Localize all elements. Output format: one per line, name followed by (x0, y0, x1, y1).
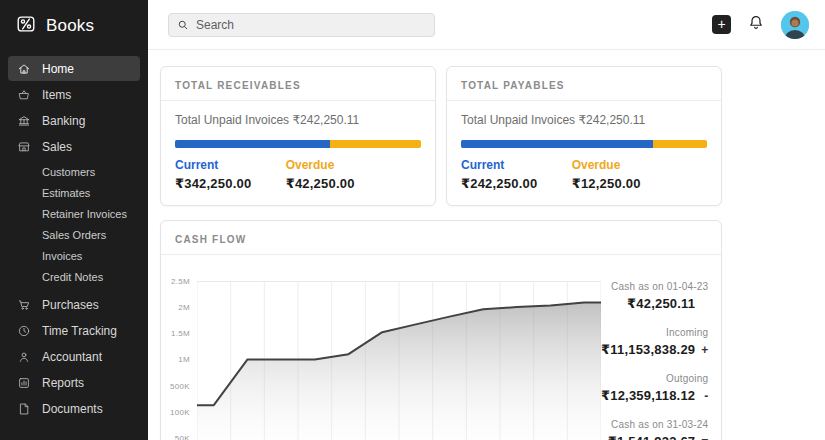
card-title: TOTAL RECEIVABLES (175, 80, 301, 91)
sidebar-item-items[interactable]: Items (8, 82, 140, 107)
current-value: ₹342,250.00 (175, 176, 286, 191)
sidebar-item-label: Reports (42, 376, 84, 390)
stat-closing-cash: Cash as on 31-03-24 ₹1,541,933.67= (601, 419, 708, 440)
payables-progress-fill (461, 140, 653, 148)
y-tick-label: 50K (175, 434, 190, 440)
overdue-value: ₹12,250.00 (572, 176, 683, 191)
current-column: Current ₹342,250.00 (175, 158, 286, 191)
sidebar-item-time-tracking[interactable]: Time Tracking (8, 318, 140, 343)
search-box[interactable] (168, 13, 435, 37)
sidebar-item-sales[interactable]: Sales (8, 134, 140, 159)
sales-subnav: Customers Estimates Retainer Invoices Sa… (0, 160, 148, 291)
sidebar-item-label: Purchases (42, 298, 99, 312)
sidebar-subitem-retainer-invoices[interactable]: Retainer Invoices (0, 204, 148, 225)
app-logo[interactable]: Books (0, 0, 148, 49)
overdue-column: Overdue ₹42,250.00 (286, 158, 397, 191)
sidebar-item-label: Documents (42, 402, 103, 416)
y-tick-label: 1M (178, 355, 190, 364)
sidebar-subitem-credit-notes[interactable]: Credit Notes (0, 267, 148, 288)
sidebar-item-label: Items (42, 88, 71, 102)
unpaid-invoices-text: Total Unpaid Invoices ₹242,250.11 (461, 113, 707, 127)
minus-operator: - (695, 389, 708, 403)
y-tick-label: 500K (170, 382, 190, 391)
cash-flow-body: 050K100K500K1M1.5M2M2.5M APRMAYJUNJULAUG… (161, 255, 721, 440)
current-column: Current ₹242,250.00 (461, 158, 572, 191)
sidebar-item-home[interactable]: Home (8, 56, 140, 81)
bank-icon (16, 113, 31, 128)
sidebar-item-documents[interactable]: Documents (8, 396, 140, 421)
home-icon (16, 61, 31, 76)
receivables-amounts: Current ₹342,250.00 Overdue ₹42,250.00 (175, 158, 421, 191)
clock-icon (16, 323, 31, 338)
books-logo-icon (15, 13, 37, 39)
stat-opening-cash: Cash as on 01-04-23 ₹42,250.11 (601, 281, 708, 311)
overdue-label: Overdue (286, 158, 397, 172)
cash-flow-plot: APRMAYJUNJULAUGSEPOCTNOVDECJANFEBMAR (197, 281, 601, 440)
total-payables-card: TOTAL PAYABLES Total Unpaid Invoices ₹24… (446, 66, 722, 206)
sidebar-item-reports[interactable]: Reports (8, 370, 140, 395)
sidebar-subitem-estimates[interactable]: Estimates (0, 183, 148, 204)
sidebar-item-label: Time Tracking (42, 324, 117, 338)
y-axis-labels: 050K100K500K1M1.5M2M2.5M (161, 281, 197, 440)
app-window: Books Home Items Banking (0, 0, 825, 440)
sidebar-item-label: Home (42, 62, 74, 76)
sidebar-item-purchases[interactable]: Purchases (8, 292, 140, 317)
receivables-progress-fill (175, 140, 330, 148)
card-body: Total Unpaid Invoices ₹242,250.11 Curren… (447, 101, 721, 205)
card-header: TOTAL RECEIVABLES (161, 67, 435, 101)
user-avatar[interactable] (781, 11, 809, 39)
sidebar-subitem-invoices[interactable]: Invoices (0, 246, 148, 267)
person-icon (16, 349, 31, 364)
card-header: CASH FLOW (161, 221, 721, 255)
sidebar-subitem-customers[interactable]: Customers (0, 162, 148, 183)
topbar: + (148, 0, 825, 50)
current-value: ₹242,250.00 (461, 176, 572, 191)
total-receivables-card: TOTAL RECEIVABLES Total Unpaid Invoices … (160, 66, 436, 206)
payables-progress-bar (461, 140, 707, 148)
sidebar-nav: Home Items Banking Sales (0, 49, 148, 421)
equals-operator: = (695, 435, 708, 440)
cash-flow-chart-area: 050K100K500K1M1.5M2M2.5M APRMAYJUNJULAUG… (161, 255, 601, 440)
cashflow-chart-svg (197, 281, 601, 440)
y-tick-label: 2.5M (171, 277, 190, 286)
current-label: Current (461, 158, 572, 172)
store-icon (16, 139, 31, 154)
overdue-column: Overdue ₹12,250.00 (572, 158, 683, 191)
payables-amounts: Current ₹242,250.00 Overdue ₹12,250.00 (461, 158, 707, 191)
dashboard-content: TOTAL RECEIVABLES Total Unpaid Invoices … (148, 50, 825, 440)
sidebar-subitem-sales-orders[interactable]: Sales Orders (0, 225, 148, 246)
cart-icon (16, 297, 31, 312)
sidebar-item-banking[interactable]: Banking (8, 108, 140, 133)
unpaid-invoices-text: Total Unpaid Invoices ₹242,250.11 (175, 113, 421, 127)
sidebar-item-accountant[interactable]: Accountant (8, 344, 140, 369)
app-title: Books (46, 16, 94, 36)
main-area: + (148, 0, 825, 440)
card-title: TOTAL PAYABLES (461, 80, 565, 91)
sidebar-item-label: Accountant (42, 350, 102, 364)
bell-icon[interactable] (747, 14, 765, 36)
y-tick-label: 100K (170, 408, 190, 417)
stat-incoming: Incoming ₹11,153,838.29+ (601, 327, 708, 357)
bar-chart-icon (16, 375, 31, 390)
topbar-actions: + (712, 11, 813, 39)
sidebar: Books Home Items Banking (0, 0, 148, 440)
y-tick-label: 2M (178, 303, 190, 312)
current-label: Current (175, 158, 286, 172)
overdue-label: Overdue (572, 158, 683, 172)
add-button[interactable]: + (712, 15, 731, 34)
overdue-value: ₹42,250.00 (286, 176, 397, 191)
cash-flow-card: CASH FLOW 050K100K500K1M1.5M2M2.5M APRMA… (160, 220, 722, 440)
stat-outgoing: Outgoing ₹12,359,118.12- (601, 373, 708, 403)
summary-cards-row: TOTAL RECEIVABLES Total Unpaid Invoices … (160, 66, 722, 206)
basket-icon (16, 87, 31, 102)
sidebar-item-label: Sales (42, 140, 72, 154)
search-icon (177, 19, 189, 31)
card-body: Total Unpaid Invoices ₹242,250.11 Curren… (161, 101, 435, 205)
sidebar-item-label: Banking (42, 114, 85, 128)
receivables-progress-bar (175, 140, 421, 148)
card-header: TOTAL PAYABLES (447, 67, 721, 101)
plus-operator: + (695, 343, 708, 357)
y-tick-label: 1.5M (171, 329, 190, 338)
search-input[interactable] (196, 18, 426, 32)
document-icon (16, 401, 31, 416)
